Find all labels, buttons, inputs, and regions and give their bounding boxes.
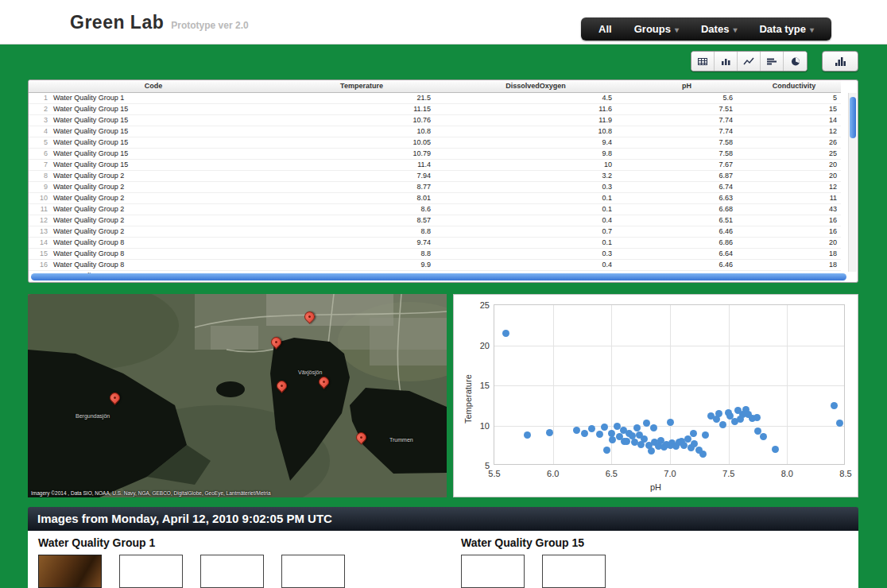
scatter-point xyxy=(573,427,580,434)
table-row[interactable]: 2Water Quality Group 1511.1511.67.5115 xyxy=(29,103,841,114)
table-row[interactable]: 11Water Quality Group 28.60.16.6843 xyxy=(29,203,841,215)
histogram-button[interactable] xyxy=(822,51,858,72)
scatter-point xyxy=(667,419,674,426)
table-cell: 3 xyxy=(29,114,51,126)
table-cell: 20 xyxy=(747,237,841,248)
table-cell: 10 xyxy=(29,192,51,203)
table-cell: 8 xyxy=(29,170,51,181)
table-cell: 6.87 xyxy=(626,170,747,181)
scatter-point xyxy=(603,447,610,454)
scatter-point xyxy=(588,425,595,432)
table-row[interactable]: 13Water Quality Group 28.80.76.4616 xyxy=(29,226,841,237)
column-header-code[interactable]: Code xyxy=(29,80,278,92)
table-row[interactable]: 6Water Quality Group 1510.799.87.5825 xyxy=(29,148,841,159)
table-row[interactable]: 10Water Quality Group 28.010.16.6311 xyxy=(29,192,841,203)
scatter-point xyxy=(753,414,761,421)
scatter-point xyxy=(601,424,608,431)
table-cell: 11 xyxy=(747,192,841,203)
column-header-temperature[interactable]: Temperature xyxy=(278,80,445,92)
table-cell: 20 xyxy=(747,159,841,170)
scatter-point xyxy=(715,410,722,417)
top-bar: Green LabPrototype ver 2.0 AllGroups▾Dat… xyxy=(0,0,887,44)
table-row[interactable]: 18Water Quality Group 87.430.86.8417 xyxy=(29,281,841,283)
table-row[interactable]: 16Water Quality Group 89.90.46.4618 xyxy=(29,259,841,270)
horizontal-bars-view-button[interactable] xyxy=(761,52,784,71)
table-cell: Water Quality Group 15 xyxy=(51,159,278,170)
table-cell: 11 xyxy=(29,203,51,215)
scatter-point xyxy=(502,330,509,337)
gridline xyxy=(787,305,788,464)
column-header-conductivity[interactable]: Conductivity xyxy=(747,80,841,92)
table-cell: Water Quality Group 8 xyxy=(51,237,278,248)
table-row[interactable]: 14Water Quality Group 89.740.16.8620 xyxy=(29,237,841,248)
table-cell: 12 xyxy=(29,215,51,226)
table-cell: 6.51 xyxy=(626,215,747,226)
table-row[interactable]: 5Water Quality Group 1510.059.47.5826 xyxy=(29,137,841,148)
map-panel[interactable]: Imagery ©2014 , Data SIO, NOAA, U.S. Nav… xyxy=(28,294,447,497)
y-tick-label: 25 xyxy=(467,300,490,310)
image-group: Water Quality Group 15 xyxy=(451,531,606,588)
x-tick-label: 7.0 xyxy=(664,469,676,478)
table-cell: 10.76 xyxy=(278,114,445,126)
vertical-scrollbar-track xyxy=(848,93,857,272)
line-chart-view-button[interactable] xyxy=(738,52,761,71)
table-view-button[interactable] xyxy=(691,52,715,71)
empty-image-slot xyxy=(281,555,345,588)
table-cell: 9.4 xyxy=(445,137,626,148)
horizontal-scrollbar-thumb[interactable] xyxy=(31,273,846,280)
table-row[interactable]: 12Water Quality Group 28.570.46.5116 xyxy=(29,215,841,226)
table-cell: 16 xyxy=(747,226,841,237)
table-cell: Water Quality Group 2 xyxy=(51,215,278,226)
table-cell: 8.77 xyxy=(278,181,445,192)
scatter-point xyxy=(581,430,588,437)
table-row[interactable]: 1Water Quality Group 121.54.55.65 xyxy=(29,92,841,103)
gridline xyxy=(494,385,844,386)
x-tick-label: 8.5 xyxy=(839,469,851,478)
table-cell: 9 xyxy=(29,181,51,192)
table-cell: 6.63 xyxy=(626,192,747,203)
images-section-title: Images from Monday, April 12, 2010 9:02:… xyxy=(37,512,332,525)
map-attribution: Imagery ©2014 , Data SIO, NOAA, U.S. Nav… xyxy=(31,490,271,496)
table-row[interactable]: 9Water Quality Group 28.770.36.7412 xyxy=(29,181,841,192)
table-cell: 0.7 xyxy=(445,226,626,237)
table-cell: 7.51 xyxy=(626,103,747,114)
table-cell: 18 xyxy=(747,259,841,270)
scatter-point xyxy=(699,451,707,458)
table-cell: 6.84 xyxy=(626,281,747,283)
scatter-point xyxy=(643,420,650,427)
table-row[interactable]: 15Water Quality Group 88.80.36.6418 xyxy=(29,248,841,259)
pie-chart-view-button[interactable] xyxy=(784,52,807,71)
table-cell: Water Quality Group 2 xyxy=(51,203,278,215)
table-row[interactable]: 4Water Quality Group 1510.810.87.7412 xyxy=(29,126,841,137)
vertical-scrollbar-thumb[interactable] xyxy=(850,97,856,138)
x-tick-label: 7.5 xyxy=(722,469,734,478)
table-cell: 4 xyxy=(29,126,51,137)
nav-item-dates[interactable]: Dates▾ xyxy=(690,17,748,41)
table-cell: Water Quality Group 8 xyxy=(51,259,278,270)
bar-chart-view-button[interactable] xyxy=(715,52,738,71)
table-cell: 20 xyxy=(747,170,841,181)
table-cell: 0.1 xyxy=(445,237,626,248)
x-tick-label: 6.0 xyxy=(547,469,559,478)
table-row[interactable]: 3Water Quality Group 1510.7611.97.7414 xyxy=(29,114,841,126)
image-group-title: Water Quality Group 15 xyxy=(461,536,606,549)
table-cell: 15 xyxy=(747,103,841,114)
table-cell: 10.79 xyxy=(278,148,445,159)
table-cell: Water Quality Group 15 xyxy=(51,103,278,114)
image-thumbnail[interactable] xyxy=(38,555,102,588)
table-cell: 5 xyxy=(747,92,841,103)
table-cell: 6 xyxy=(29,148,51,159)
empty-image-slot xyxy=(542,555,606,588)
table-row[interactable]: 8Water Quality Group 27.943.26.8720 xyxy=(29,170,841,181)
column-header-ph[interactable]: pH xyxy=(626,80,747,92)
table-cell: 26 xyxy=(747,137,841,148)
empty-image-slot xyxy=(200,555,264,588)
nav-item-all[interactable]: All xyxy=(587,17,623,41)
bar-chart-view-icon xyxy=(720,56,731,67)
table-cell: 18 xyxy=(29,281,51,283)
nav-item-groups[interactable]: Groups▾ xyxy=(623,17,690,41)
nav-item-data-type[interactable]: Data type▾ xyxy=(748,17,825,41)
table-row[interactable]: 7Water Quality Group 1511.4107.6720 xyxy=(29,159,841,170)
column-header-dissolvedoxygen[interactable]: DissolvedOxygen xyxy=(445,80,626,92)
y-tick-label: 15 xyxy=(467,381,490,390)
